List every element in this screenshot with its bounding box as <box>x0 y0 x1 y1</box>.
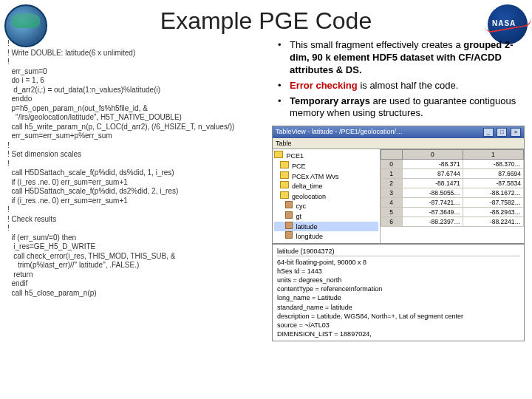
grid-cell[interactable]: -87.7582… <box>463 198 523 208</box>
meta-line7: description = Latitude, WGS84, North=+, … <box>277 312 519 321</box>
panel-titlebar: TableView - latitude - /PCE1/geolocation… <box>273 126 524 138</box>
panel-title: TableView - latitude - /PCE1/geolocation… <box>276 128 403 137</box>
grid-cell[interactable]: -88.2241… <box>463 217 523 227</box>
grid-row-header[interactable]: 2 <box>381 179 402 188</box>
dataset-icon <box>285 201 293 208</box>
bullet-list: This small fragment effectively creates … <box>266 39 525 120</box>
tree-item-gt[interactable]: gt <box>274 211 378 222</box>
page-title: Example PGE Code <box>0 7 532 35</box>
meta-line9: DIMENSION_LIST = 18897024, <box>277 330 519 338</box>
grid-cell[interactable]: 87.6744 <box>402 169 463 179</box>
table-row[interactable]: 187.674487.6694 <box>381 169 523 179</box>
folder-icon <box>274 151 283 158</box>
grid-row-header[interactable]: 0 <box>381 160 402 169</box>
folder-icon <box>280 171 289 179</box>
table-row[interactable]: 2-88.1471-87.5834 <box>381 179 523 188</box>
meta-line5: long_name = Latitude <box>277 293 519 302</box>
bullet-2: Error checking is almost half the code. <box>281 80 519 92</box>
table-row[interactable]: 0-88.371-88.370… <box>381 160 523 169</box>
dataset-icon <box>285 222 293 229</box>
folder-icon <box>280 191 289 199</box>
grid-corner <box>381 150 402 160</box>
tree-item-latitude[interactable]: latitude <box>274 222 378 232</box>
panel-toolbar[interactable]: Table <box>273 138 524 149</box>
icesat-logo <box>4 4 47 47</box>
folder-icon <box>280 181 289 188</box>
grid-cell[interactable]: 87.6694 <box>463 169 523 179</box>
right-column: This small fragment effectively creates … <box>266 39 525 341</box>
tree-item-delta_time[interactable]: delta_time <box>274 181 378 191</box>
grid-row-header[interactable]: 5 <box>381 208 402 217</box>
grid-cell[interactable]: -88.5055… <box>402 188 463 198</box>
grid-cell[interactable]: -88.2397… <box>402 217 463 227</box>
tree-view[interactable]: PCE1 PCE PCEx ATM Wvs delta_time geoloca… <box>273 149 381 242</box>
table-row[interactable]: 3-88.5055…-88.1672… <box>381 188 523 198</box>
grid-cell[interactable]: -88.370… <box>463 160 523 169</box>
content-row: ! ! Write DOUBLE: latitude(6 x unlimited… <box>0 39 532 341</box>
bullet-1: This small fragment effectively creates … <box>281 39 519 77</box>
code-block: ! ! Write DOUBLE: latitude(6 x unlimited… <box>7 39 266 341</box>
tree-item-geolocation[interactable]: geolocation <box>274 191 378 202</box>
grid-col-header[interactable]: 0 <box>402 150 463 160</box>
grid-cell[interactable]: -88.1672… <box>463 188 523 198</box>
data-grid[interactable]: 010-88.371-88.370…187.674487.66942-88.14… <box>381 149 524 227</box>
table-row[interactable]: 4-87.7421…-87.7582… <box>381 198 523 208</box>
grid-row-header[interactable]: 1 <box>381 169 402 179</box>
tree-item-pce[interactable]: PCE <box>274 161 378 171</box>
tree-item-cyc[interactable]: cyc <box>274 201 378 211</box>
dataset-icon <box>285 211 293 219</box>
close-icon[interactable]: × <box>511 128 521 137</box>
grid-col-header[interactable]: 1 <box>463 150 523 160</box>
meta-line3: units = degrees_north <box>277 276 519 284</box>
nasa-logo: NASA <box>488 4 528 44</box>
grid-cell[interactable]: -88.1471 <box>402 179 463 188</box>
grid-row-header[interactable]: 4 <box>381 198 402 208</box>
metadata-panel: latitude (19004372) 64-bit floating-poin… <box>273 243 524 341</box>
maximize-icon[interactable]: □ <box>497 128 507 137</box>
minimize-icon[interactable]: _ <box>483 128 494 137</box>
grid-cell[interactable]: -88.371 <box>402 160 463 169</box>
grid-cell[interactable]: -87.3649… <box>402 208 463 217</box>
table-row[interactable]: 5-87.3649…-88.2943… <box>381 208 523 217</box>
meta-line8: source = ~/ATL03 <box>277 321 519 330</box>
meta-line2: hSes Id = 1443 <box>277 267 519 276</box>
grid-row-header[interactable]: 6 <box>381 217 402 227</box>
window-buttons: _ □ × <box>482 128 521 137</box>
meta-line1: 64-bit floating-point, 90000 x 8 <box>277 258 519 267</box>
grid-cell[interactable]: -88.2943… <box>463 208 523 217</box>
table-row[interactable]: 6-88.2397…-88.2241… <box>381 217 523 227</box>
meta-line6: standard_name = latitude <box>277 303 519 312</box>
tree-item-pce1[interactable]: PCE1 <box>274 151 378 161</box>
grid-row-header[interactable]: 3 <box>381 188 402 198</box>
folder-icon <box>280 161 289 168</box>
meta-name: latitude (19004372) <box>277 247 519 256</box>
nasa-logo-text: NASA <box>492 19 516 27</box>
dataset-icon <box>285 231 293 239</box>
hdf-panel: TableView - latitude - /PCE1/geolocation… <box>272 126 525 341</box>
bullet-3: Temporary arrays are used to guarantee c… <box>281 95 519 120</box>
tree-item-longitude[interactable]: longitude <box>274 231 378 242</box>
grid-cell[interactable]: -87.5834 <box>463 179 523 188</box>
meta-line4: contentType = referenceInformation <box>277 284 519 293</box>
grid-cell[interactable]: -87.7421… <box>402 198 463 208</box>
tree-item-pcex-atm-wvs[interactable]: PCEx ATM Wvs <box>274 171 378 182</box>
grid-wrap: 010-88.371-88.370…187.674487.66942-88.14… <box>381 149 524 242</box>
